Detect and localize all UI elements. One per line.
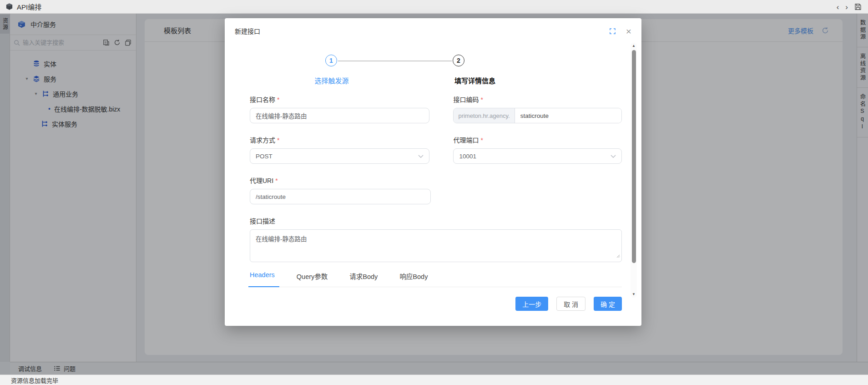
- chevron-down-icon: [418, 155, 424, 158]
- fullscreen-icon[interactable]: [609, 28, 616, 35]
- wizard-stepper: 1 2 选择触发源 填写详情信息: [225, 55, 641, 87]
- forward-icon[interactable]: ›: [845, 3, 848, 11]
- step-2-circle: 2: [453, 55, 464, 66]
- uri-label: 代理URI*: [250, 176, 431, 185]
- status-text: 资源信息加载完毕: [11, 376, 58, 385]
- required-mark: *: [480, 96, 483, 103]
- cancel-button[interactable]: 取 消: [556, 297, 585, 311]
- app-logo-icon: [5, 3, 13, 10]
- step-1-circle: 1: [325, 55, 337, 66]
- param-tabs: Headers Query参数 请求Body 响应Body: [250, 271, 622, 287]
- tab-headers[interactable]: Headers: [250, 271, 275, 287]
- app-title: API编排: [17, 2, 41, 11]
- required-mark: *: [277, 137, 279, 144]
- confirm-button[interactable]: 确 定: [594, 297, 622, 311]
- app-screen: API编排 ‹ › 资源 中介服务: [0, 0, 868, 385]
- code-prefix: primeton.hr.agency.: [454, 108, 515, 123]
- interface-code-group: primeton.hr.agency.: [453, 108, 622, 123]
- tab-response-body[interactable]: 响应Body: [399, 271, 428, 287]
- resize-handle-icon[interactable]: [616, 252, 620, 260]
- code-label: 接口编码*: [453, 95, 622, 104]
- tab-request-body[interactable]: 请求Body: [349, 271, 378, 287]
- port-label: 代理端口*: [453, 135, 622, 144]
- prev-step-button[interactable]: 上一步: [515, 297, 548, 311]
- titlebar: API编排 ‹ ›: [0, 0, 868, 14]
- proxy-port-select[interactable]: 10001: [453, 148, 622, 164]
- back-icon[interactable]: ‹: [837, 3, 839, 11]
- required-mark: *: [480, 137, 483, 144]
- description-label: 接口描述: [250, 216, 622, 225]
- tab-query-params[interactable]: Query参数: [297, 271, 328, 287]
- save-icon[interactable]: [854, 3, 862, 10]
- method-label: 请求方式*: [250, 135, 429, 144]
- step-2-label: 填写详情信息: [429, 76, 520, 85]
- chevron-down-icon: [611, 155, 616, 158]
- modal-scrollbar[interactable]: ▲ ▼: [631, 43, 637, 298]
- modal-title: 新建接口: [235, 26, 260, 35]
- interface-code-input[interactable]: [515, 108, 621, 123]
- request-method-select[interactable]: POST: [250, 148, 429, 164]
- close-icon[interactable]: ×: [626, 26, 631, 36]
- scroll-down-icon[interactable]: ▼: [632, 293, 636, 296]
- statusbar: 资源信息加载完毕: [0, 375, 868, 385]
- stepper-line: [338, 61, 452, 61]
- scrollbar-thumb[interactable]: [632, 50, 636, 263]
- required-mark: *: [277, 96, 279, 103]
- name-label: 接口名称*: [250, 95, 429, 104]
- required-mark: *: [275, 177, 278, 184]
- step-1-label: 选择触发源: [295, 76, 368, 85]
- new-interface-modal: 新建接口 × 1 2 选择触发源 填写详情信息 接口名称*: [225, 18, 641, 326]
- interface-form: 接口名称* 接口编码* primeton.hr.agency.: [250, 95, 622, 311]
- proxy-uri-input[interactable]: [250, 189, 431, 204]
- scroll-up-icon[interactable]: ▲: [632, 44, 636, 48]
- interface-name-input[interactable]: [250, 108, 429, 123]
- modal-footer: 上一步 取 消 确 定: [250, 297, 622, 311]
- interface-description-textarea[interactable]: 在线编排-静态路由: [250, 229, 622, 262]
